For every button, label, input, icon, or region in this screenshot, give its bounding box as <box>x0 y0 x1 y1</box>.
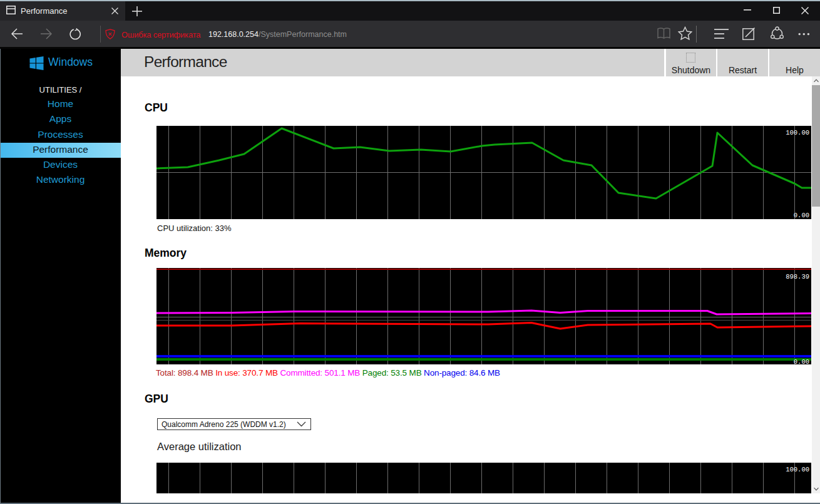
svg-text:0.00: 0.00 <box>794 212 809 219</box>
svg-text:0.00: 0.00 <box>794 358 809 364</box>
svg-text:100.00: 100.00 <box>786 129 809 136</box>
svg-text:898.39: 898.39 <box>786 273 809 280</box>
svg-text:100.00: 100.00 <box>786 466 809 473</box>
